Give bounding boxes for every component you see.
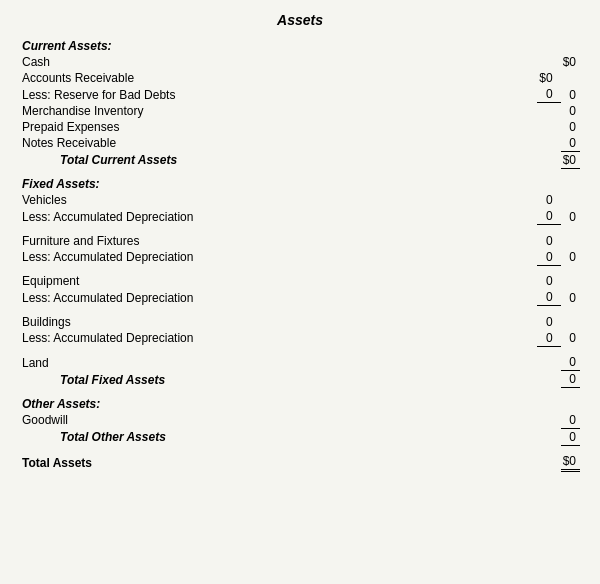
cash-col2: $0 [561, 54, 580, 70]
other-assets-header: Other Assets: [20, 396, 195, 412]
goodwill-row: Goodwill 0 [20, 412, 580, 429]
equipment-depreciation-col2: 0 [561, 289, 580, 306]
total-other-assets-row: Total Other Assets 0 [20, 428, 580, 445]
total-fixed-assets-value: 0 [561, 371, 580, 388]
goodwill-col1 [537, 412, 560, 429]
fixed-assets-header-row: Fixed Assets: [20, 176, 580, 192]
buildings-row: Buildings 0 [20, 314, 580, 330]
equipment-row: Equipment 0 [20, 273, 580, 289]
vehicles-depreciation-row: Less: Accumulated Depreciation 0 0 [20, 208, 580, 225]
current-assets-header: Current Assets: [20, 38, 195, 54]
total-other-assets-label: Total Other Assets [20, 428, 195, 445]
total-current-assets-label: Total Current Assets [20, 151, 195, 168]
prepaid-expenses-label: Prepaid Expenses [20, 119, 195, 135]
total-assets-value: $0 [561, 453, 580, 471]
gap-6 [20, 388, 580, 396]
total-assets-col1 [537, 453, 560, 471]
accounts-receivable-row: Accounts Receivable $0 [20, 70, 580, 86]
equipment-label: Equipment [20, 273, 195, 289]
cash-label: Cash [20, 54, 195, 70]
cash-col1 [537, 54, 560, 70]
notes-receivable-col1 [537, 135, 560, 152]
goodwill-label: Goodwill [20, 412, 195, 429]
land-row: Land 0 [20, 354, 580, 371]
total-current-assets-col1 [537, 151, 560, 168]
land-col2: 0 [561, 354, 580, 371]
total-assets-row: Total Assets $0 [20, 453, 580, 471]
total-other-assets-value: 0 [561, 428, 580, 445]
gap-7 [20, 445, 580, 453]
reserve-bad-debts-col1: 0 [537, 86, 560, 103]
furniture-depreciation-label: Less: Accumulated Depreciation [20, 249, 195, 266]
equipment-depreciation-col1: 0 [537, 289, 560, 306]
merchandise-inventory-row: Merchandise Inventory 0 [20, 103, 580, 119]
vehicles-depreciation-label: Less: Accumulated Depreciation [20, 208, 195, 225]
balance-sheet: Assets Current Assets: Cash $0 Accounts … [0, 0, 600, 584]
other-assets-header-row: Other Assets: [20, 396, 580, 412]
total-fixed-assets-label: Total Fixed Assets [20, 371, 195, 388]
reserve-bad-debts-col2: 0 [561, 86, 580, 103]
current-assets-header-row: Current Assets: [20, 38, 580, 54]
land-col1 [537, 354, 560, 371]
equipment-depreciation-row: Less: Accumulated Depreciation 0 0 [20, 289, 580, 306]
total-other-assets-col1 [537, 428, 560, 445]
accounts-receivable-col2 [561, 70, 580, 86]
cash-row: Cash $0 [20, 54, 580, 70]
furniture-depreciation-row: Less: Accumulated Depreciation 0 0 [20, 249, 580, 266]
merchandise-inventory-col2: 0 [561, 103, 580, 119]
gap-4 [20, 306, 580, 314]
page-title: Assets [20, 12, 580, 28]
total-assets-label: Total Assets [20, 453, 195, 471]
buildings-depreciation-label: Less: Accumulated Depreciation [20, 330, 195, 347]
land-label: Land [20, 354, 195, 371]
furniture-col1: 0 [537, 233, 560, 249]
reserve-bad-debts-label: Less: Reserve for Bad Debts [20, 86, 195, 103]
accounts-receivable-label: Accounts Receivable [20, 70, 195, 86]
vehicles-depreciation-col1: 0 [537, 208, 560, 225]
furniture-depreciation-col1: 0 [537, 249, 560, 266]
gap-2 [20, 225, 580, 233]
furniture-row: Furniture and Fixtures 0 [20, 233, 580, 249]
equipment-col1: 0 [537, 273, 560, 289]
equipment-depreciation-label: Less: Accumulated Depreciation [20, 289, 195, 306]
fixed-assets-header: Fixed Assets: [20, 176, 195, 192]
total-fixed-assets-col1 [537, 371, 560, 388]
total-current-assets-row: Total Current Assets $0 [20, 151, 580, 168]
notes-receivable-label: Notes Receivable [20, 135, 195, 152]
furniture-depreciation-col2: 0 [561, 249, 580, 266]
vehicles-depreciation-col2: 0 [561, 208, 580, 225]
furniture-label: Furniture and Fixtures [20, 233, 195, 249]
prepaid-expenses-col1 [537, 119, 560, 135]
equipment-col2 [561, 273, 580, 289]
buildings-depreciation-col2: 0 [561, 330, 580, 347]
reserve-bad-debts-row: Less: Reserve for Bad Debts 0 0 [20, 86, 580, 103]
total-current-assets-value: $0 [561, 151, 580, 168]
vehicles-col1: 0 [537, 192, 560, 208]
notes-receivable-col2: 0 [561, 135, 580, 152]
accounts-receivable-col1: $0 [537, 70, 560, 86]
gap-1 [20, 168, 580, 176]
prepaid-expenses-col2: 0 [561, 119, 580, 135]
furniture-col2 [561, 233, 580, 249]
buildings-depreciation-row: Less: Accumulated Depreciation 0 0 [20, 330, 580, 347]
buildings-col1: 0 [537, 314, 560, 330]
gap-3 [20, 265, 580, 273]
vehicles-row: Vehicles 0 [20, 192, 580, 208]
notes-receivable-row: Notes Receivable 0 [20, 135, 580, 152]
vehicles-col2 [561, 192, 580, 208]
vehicles-label: Vehicles [20, 192, 195, 208]
buildings-depreciation-col1: 0 [537, 330, 560, 347]
gap-5 [20, 346, 580, 354]
merchandise-inventory-col1 [537, 103, 560, 119]
goodwill-col2: 0 [561, 412, 580, 429]
prepaid-expenses-row: Prepaid Expenses 0 [20, 119, 580, 135]
total-fixed-assets-row: Total Fixed Assets 0 [20, 371, 580, 388]
merchandise-inventory-label: Merchandise Inventory [20, 103, 195, 119]
buildings-col2 [561, 314, 580, 330]
buildings-label: Buildings [20, 314, 195, 330]
